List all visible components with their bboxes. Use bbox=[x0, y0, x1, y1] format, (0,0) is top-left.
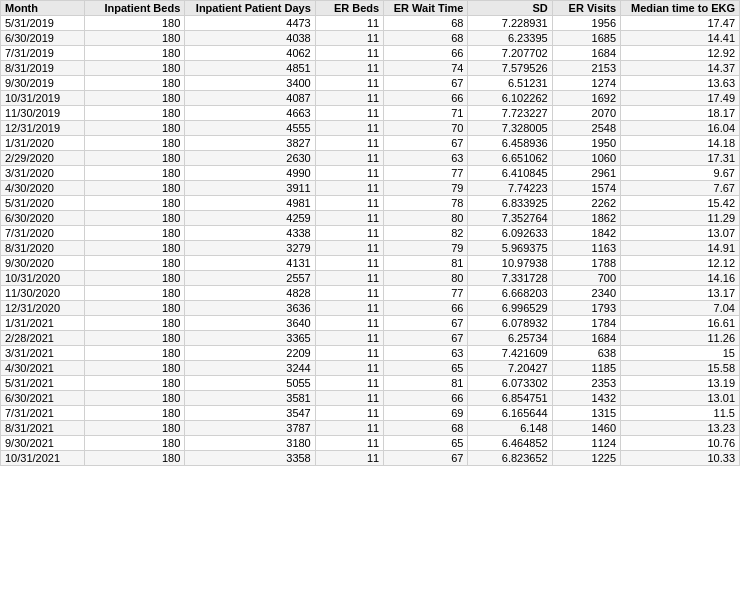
table-cell: 13.17 bbox=[621, 286, 740, 301]
table-cell: 11 bbox=[315, 31, 383, 46]
table-cell: 6.854751 bbox=[468, 391, 552, 406]
table-cell: 11 bbox=[315, 121, 383, 136]
table-cell: 9.67 bbox=[621, 166, 740, 181]
table-cell: 180 bbox=[85, 91, 185, 106]
table-cell: 2153 bbox=[552, 61, 620, 76]
table-cell: 3244 bbox=[185, 361, 315, 376]
table-cell: 1460 bbox=[552, 421, 620, 436]
table-cell: 7/31/2021 bbox=[1, 406, 85, 421]
table-cell: 4259 bbox=[185, 211, 315, 226]
header-inpatient-patient-days: Inpatient Patient Days bbox=[185, 1, 315, 16]
table-cell: 63 bbox=[384, 151, 468, 166]
table-cell: 3365 bbox=[185, 331, 315, 346]
table-cell: 1956 bbox=[552, 16, 620, 31]
table-cell: 180 bbox=[85, 166, 185, 181]
table-cell: 15.42 bbox=[621, 196, 740, 211]
table-row: 10/31/2020180255711807.33172870014.16 bbox=[1, 271, 740, 286]
table-cell: 638 bbox=[552, 346, 620, 361]
table-cell: 4062 bbox=[185, 46, 315, 61]
table-cell: 14.18 bbox=[621, 136, 740, 151]
table-cell: 11 bbox=[315, 346, 383, 361]
table-cell: 180 bbox=[85, 271, 185, 286]
table-cell: 180 bbox=[85, 226, 185, 241]
table-cell: 66 bbox=[384, 46, 468, 61]
table-cell: 1124 bbox=[552, 436, 620, 451]
table-cell: 4338 bbox=[185, 226, 315, 241]
header-sd: SD bbox=[468, 1, 552, 16]
table-cell: 12/31/2020 bbox=[1, 301, 85, 316]
table-cell: 68 bbox=[384, 16, 468, 31]
table-cell: 180 bbox=[85, 136, 185, 151]
table-row: 8/31/2019180485111747.579526215314.37 bbox=[1, 61, 740, 76]
table-row: 4/30/2021180324411657.20427118515.58 bbox=[1, 361, 740, 376]
table-cell: 70 bbox=[384, 121, 468, 136]
table-row: 4/30/2020180391111797.7422315747.67 bbox=[1, 181, 740, 196]
table-cell: 5/31/2021 bbox=[1, 376, 85, 391]
table-cell: 3/31/2021 bbox=[1, 346, 85, 361]
table-cell: 2961 bbox=[552, 166, 620, 181]
table-cell: 180 bbox=[85, 76, 185, 91]
table-cell: 13.19 bbox=[621, 376, 740, 391]
table-cell: 9/30/2020 bbox=[1, 256, 85, 271]
table-cell: 4087 bbox=[185, 91, 315, 106]
table-cell: 7.207702 bbox=[468, 46, 552, 61]
table-cell: 6.51231 bbox=[468, 76, 552, 91]
table-cell: 7.723227 bbox=[468, 106, 552, 121]
table-cell: 180 bbox=[85, 406, 185, 421]
table-row: 6/30/2021180358111666.854751143213.01 bbox=[1, 391, 740, 406]
table-cell: 11.29 bbox=[621, 211, 740, 226]
table-cell: 79 bbox=[384, 241, 468, 256]
table-cell: 2557 bbox=[185, 271, 315, 286]
table-cell: 6.23395 bbox=[468, 31, 552, 46]
table-cell: 2548 bbox=[552, 121, 620, 136]
table-cell: 3827 bbox=[185, 136, 315, 151]
table-cell: 14.41 bbox=[621, 31, 740, 46]
table-cell: 11 bbox=[315, 76, 383, 91]
table-cell: 82 bbox=[384, 226, 468, 241]
table-cell: 10/31/2019 bbox=[1, 91, 85, 106]
table-cell: 1788 bbox=[552, 256, 620, 271]
table-cell: 1274 bbox=[552, 76, 620, 91]
table-cell: 12.12 bbox=[621, 256, 740, 271]
header-inpatient-beds: Inpatient Beds bbox=[85, 1, 185, 16]
table-cell: 1793 bbox=[552, 301, 620, 316]
table-row: 9/30/2019180340011676.51231127413.63 bbox=[1, 76, 740, 91]
table-cell: 4981 bbox=[185, 196, 315, 211]
table-cell: 11 bbox=[315, 301, 383, 316]
table-cell: 180 bbox=[85, 301, 185, 316]
table-cell: 11 bbox=[315, 226, 383, 241]
table-cell: 180 bbox=[85, 331, 185, 346]
table-cell: 67 bbox=[384, 136, 468, 151]
table-cell: 3547 bbox=[185, 406, 315, 421]
table-cell: 17.47 bbox=[621, 16, 740, 31]
header-er-visits: ER Visits bbox=[552, 1, 620, 16]
table-cell: 1185 bbox=[552, 361, 620, 376]
table-cell: 63 bbox=[384, 346, 468, 361]
table-cell: 11 bbox=[315, 106, 383, 121]
table-cell: 13.63 bbox=[621, 76, 740, 91]
table-cell: 7.74223 bbox=[468, 181, 552, 196]
table-cell: 1950 bbox=[552, 136, 620, 151]
table-cell: 6.078932 bbox=[468, 316, 552, 331]
table-cell: 80 bbox=[384, 211, 468, 226]
table-cell: 1842 bbox=[552, 226, 620, 241]
table-cell: 3640 bbox=[185, 316, 315, 331]
table-cell: 11 bbox=[315, 451, 383, 466]
table-cell: 68 bbox=[384, 31, 468, 46]
table-cell: 4038 bbox=[185, 31, 315, 46]
table-cell: 5.969375 bbox=[468, 241, 552, 256]
table-cell: 6.092633 bbox=[468, 226, 552, 241]
table-cell: 180 bbox=[85, 106, 185, 121]
table-cell: 80 bbox=[384, 271, 468, 286]
table-cell: 5/31/2020 bbox=[1, 196, 85, 211]
table-cell: 65 bbox=[384, 436, 468, 451]
header-median-ekg: Median time to EKG bbox=[621, 1, 740, 16]
table-cell: 180 bbox=[85, 151, 185, 166]
table-cell: 8/31/2019 bbox=[1, 61, 85, 76]
table-cell: 180 bbox=[85, 391, 185, 406]
table-cell: 5055 bbox=[185, 376, 315, 391]
table-cell: 66 bbox=[384, 91, 468, 106]
table-row: 1/31/2021180364011676.078932178416.61 bbox=[1, 316, 740, 331]
table-cell: 180 bbox=[85, 376, 185, 391]
table-cell: 2630 bbox=[185, 151, 315, 166]
